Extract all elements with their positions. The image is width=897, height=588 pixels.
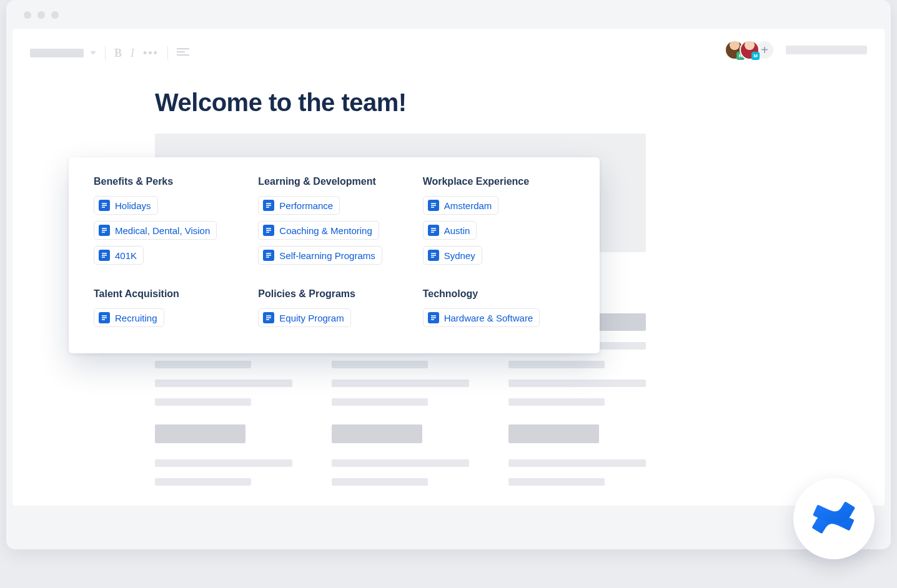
chevron-down-icon[interactable] xyxy=(90,51,96,55)
toolbar-separator xyxy=(105,46,106,60)
svg-rect-0 xyxy=(177,48,189,49)
doc-link[interactable]: Self-learning Programs xyxy=(258,246,382,265)
avatar[interactable]: M xyxy=(740,40,760,60)
align-left-button[interactable] xyxy=(177,48,189,58)
svg-rect-6 xyxy=(102,207,105,208)
skeleton-button xyxy=(508,424,599,443)
page-icon xyxy=(99,250,110,261)
svg-rect-9 xyxy=(102,232,105,233)
skeleton-line xyxy=(155,459,292,467)
italic-button[interactable]: I xyxy=(131,47,134,60)
window-dot-minimize[interactable] xyxy=(37,11,45,19)
doc-link[interactable]: Austin xyxy=(423,221,477,240)
group-heading: Learning & Development xyxy=(258,176,410,187)
link-group: Learning & Development Performance Coach… xyxy=(258,176,410,271)
confluence-icon xyxy=(812,497,856,541)
bold-button[interactable]: B xyxy=(114,47,122,60)
page-icon xyxy=(428,250,439,261)
svg-rect-22 xyxy=(431,203,436,204)
svg-rect-10 xyxy=(102,253,107,254)
confluence-badge[interactable] xyxy=(793,478,875,559)
skeleton-line xyxy=(332,398,428,406)
group-heading: Technology xyxy=(423,288,575,300)
svg-rect-11 xyxy=(102,255,107,256)
doc-link-label: Hardware & Software xyxy=(444,313,533,323)
doc-link-label: Sydney xyxy=(444,250,475,261)
skeleton-line xyxy=(508,459,646,467)
doc-link[interactable]: Hardware & Software xyxy=(423,308,540,327)
svg-rect-27 xyxy=(431,232,434,233)
group-heading: Benefits & Perks xyxy=(94,176,245,187)
skeleton-line xyxy=(508,380,646,387)
doc-link[interactable]: Coaching & Mentoring xyxy=(258,221,379,240)
more-format-button[interactable]: ••• xyxy=(143,47,159,59)
skeleton-button xyxy=(155,424,245,443)
doc-link[interactable]: 401K xyxy=(94,246,144,265)
doc-link[interactable]: Sydney xyxy=(423,246,482,265)
doc-link-label: Medical, Dental, Vision xyxy=(115,225,210,236)
doc-link[interactable]: Amsterdam xyxy=(423,196,499,215)
skeleton-line xyxy=(332,478,428,486)
skeleton-line xyxy=(508,398,605,406)
svg-rect-24 xyxy=(431,207,434,208)
link-group: Benefits & Perks Holidays Medical, Denta… xyxy=(94,176,245,271)
svg-rect-17 xyxy=(266,230,271,231)
skeleton-line xyxy=(332,459,469,467)
page-title: Welcome to the team! xyxy=(155,89,407,117)
smart-links-popover: Benefits & Perks Holidays Medical, Denta… xyxy=(69,157,600,353)
svg-rect-32 xyxy=(102,317,107,318)
skeleton-button xyxy=(332,424,422,443)
link-group: Policies & Programs Equity Program xyxy=(258,288,410,333)
svg-rect-25 xyxy=(431,228,436,229)
window-dot-maximize[interactable] xyxy=(51,11,59,19)
skeleton-line xyxy=(155,380,292,387)
skeleton-line xyxy=(155,478,251,486)
svg-rect-28 xyxy=(431,253,436,254)
svg-rect-19 xyxy=(266,253,271,254)
page-icon xyxy=(99,200,110,211)
window-dot-close[interactable] xyxy=(24,11,31,19)
svg-rect-1 xyxy=(177,51,185,52)
doc-link[interactable]: Holidays xyxy=(94,196,158,215)
svg-rect-2 xyxy=(177,54,189,56)
doc-link[interactable]: Equity Program xyxy=(258,308,350,327)
share-placeholder[interactable] xyxy=(786,46,867,54)
svg-rect-16 xyxy=(266,228,271,229)
skeleton-line xyxy=(155,398,251,406)
doc-link[interactable]: Medical, Dental, Vision xyxy=(94,221,217,240)
svg-rect-20 xyxy=(266,255,271,256)
collaborators: R M + xyxy=(725,40,867,60)
link-group: Workplace Experience Amsterdam Austin Sy… xyxy=(423,176,575,271)
svg-rect-26 xyxy=(431,230,436,231)
doc-link[interactable]: Recruiting xyxy=(94,308,164,327)
link-group: Technology Hardware & Software xyxy=(423,288,575,333)
skeleton-line xyxy=(508,478,605,486)
group-heading: Workplace Experience xyxy=(423,176,575,187)
svg-rect-34 xyxy=(266,315,271,316)
svg-rect-7 xyxy=(102,228,107,229)
page-icon xyxy=(263,225,274,236)
doc-link-label: Recruiting xyxy=(115,313,157,323)
svg-rect-4 xyxy=(102,203,107,204)
format-toolbar: B I ••• xyxy=(30,46,189,60)
svg-rect-15 xyxy=(266,207,269,208)
page-icon xyxy=(263,250,274,261)
style-selector[interactable] xyxy=(30,49,84,57)
svg-rect-33 xyxy=(102,319,105,320)
doc-link[interactable]: Performance xyxy=(258,196,340,215)
svg-rect-38 xyxy=(431,317,436,318)
svg-rect-21 xyxy=(266,257,269,258)
svg-rect-39 xyxy=(431,319,434,320)
doc-link-label: Holidays xyxy=(115,200,151,211)
window-controls xyxy=(24,11,59,19)
svg-rect-23 xyxy=(431,205,436,206)
svg-rect-29 xyxy=(431,255,436,256)
svg-rect-30 xyxy=(431,257,434,258)
page-icon xyxy=(263,312,274,323)
svg-rect-8 xyxy=(102,230,107,231)
doc-link-label: Self-learning Programs xyxy=(279,250,375,261)
page-icon xyxy=(428,225,439,236)
toolbar-separator xyxy=(167,46,168,60)
doc-link-label: Austin xyxy=(444,225,470,236)
skeleton-line xyxy=(332,361,428,368)
